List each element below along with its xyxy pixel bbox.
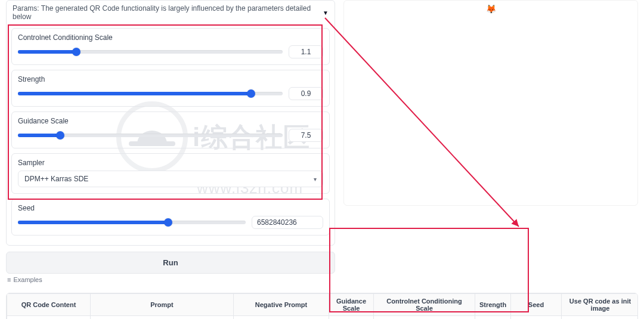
col-ccs: Controlnet Conditioning Scale (374, 294, 475, 316)
examples-heading: ≡ Examples (7, 276, 644, 283)
param-seed: Seed 6582840236 (11, 199, 330, 236)
cell: true (562, 316, 639, 320)
examples-table: QR Code Content Prompt Negative Prompt G… (6, 293, 638, 319)
cell: 5392011833 (511, 316, 562, 320)
param-ccs-label: Controlnet Conditioning Scale (18, 33, 323, 42)
image-icon: 🦊 (486, 4, 496, 14)
table-row[interactable]: https://huggingface.co/A sky view of a c… (7, 316, 639, 320)
slider-guidance[interactable] (18, 134, 283, 137)
param-seed-label: Seed (18, 204, 323, 212)
value-seed[interactable]: 6582840236 (252, 216, 323, 229)
value-ccs[interactable]: 1.1 (289, 45, 323, 58)
col-gs: Guidance Scale (329, 294, 374, 316)
params-accordion-title: Params: The generated QR Code functional… (13, 4, 323, 21)
col-seed: Seed (511, 294, 562, 316)
cell: 7.5 (329, 316, 374, 320)
col-init: Use QR code as init image (562, 294, 639, 316)
preview-panel: 🦊 (343, 0, 638, 206)
chevron-down-icon: ▾ (314, 176, 317, 182)
slider-seed[interactable] (18, 221, 246, 224)
params-accordion: Params: The generated QR Code functional… (6, 0, 335, 246)
slider-ccs[interactable] (18, 50, 283, 54)
table-header-row: QR Code Content Prompt Negative Prompt G… (7, 294, 639, 316)
param-ccs: Controlnet Conditioning Scale 1.1 (11, 28, 330, 65)
caret-down-icon: ▼ (323, 10, 329, 16)
param-guidance-label: Guidance Scale (18, 117, 323, 125)
cell: https://huggingface.co/ (7, 316, 91, 320)
param-strength-label: Strength (18, 75, 323, 83)
cell: 0.9 (475, 316, 511, 320)
col-qr: QR Code Content (7, 294, 91, 316)
param-sampler-label: Sampler (18, 159, 323, 167)
param-guidance: Guidance Scale 7.5 (11, 112, 330, 148)
cell: 1.3 (374, 316, 475, 320)
run-button[interactable]: Run (6, 252, 335, 274)
sampler-select[interactable]: DPM++ Karras SDE ▾ (18, 171, 323, 187)
cell: ugly, disfigured, low quality, blurry, n… (234, 316, 329, 320)
sampler-selected: DPM++ Karras SDE (24, 175, 88, 183)
col-prompt: Prompt (91, 294, 234, 316)
slider-strength[interactable] (18, 92, 283, 95)
list-icon: ≡ (7, 276, 11, 283)
param-strength: Strength 0.9 (11, 70, 330, 107)
col-str: Strength (475, 294, 511, 316)
value-guidance[interactable]: 7.5 (289, 129, 323, 142)
params-accordion-header[interactable]: Params: The generated QR Code functional… (7, 1, 335, 24)
value-strength[interactable]: 0.9 (289, 87, 323, 100)
cell: A sky view of a colorful lakes and river… (91, 316, 234, 320)
col-neg: Negative Prompt (234, 294, 329, 316)
param-sampler: Sampler DPM++ Karras SDE ▾ (11, 153, 330, 194)
